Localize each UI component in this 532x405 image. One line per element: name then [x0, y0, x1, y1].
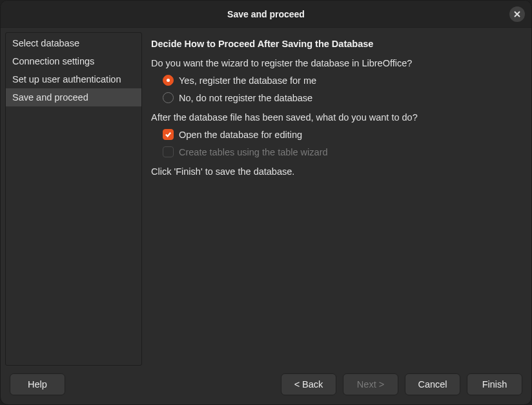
register-yes-label: Yes, register the database for me	[179, 75, 316, 86]
after-save-question: After the database file has been saved, …	[151, 112, 520, 123]
register-no-option[interactable]: No, do not register the database	[151, 92, 520, 103]
register-question: Do you want the wizard to register the d…	[151, 58, 520, 68]
dialog-window: Save and proceed Select database Connect…	[0, 0, 532, 405]
close-icon	[514, 11, 520, 17]
checkbox-icon	[163, 129, 174, 140]
wizard-steps-sidebar: Select database Connection settings Set …	[5, 32, 142, 366]
next-button: Next >	[343, 373, 398, 395]
titlebar: Save and proceed	[1, 1, 531, 28]
dialog-body: Select database Connection settings Set …	[1, 28, 531, 366]
open-for-editing-label: Open the database for editing	[179, 130, 302, 140]
close-button[interactable]	[509, 6, 525, 22]
radio-icon	[163, 92, 174, 103]
back-button[interactable]: < Back	[281, 373, 336, 395]
sidebar-item-save-and-proceed[interactable]: Save and proceed	[6, 88, 141, 106]
sidebar-item-select-database[interactable]: Select database	[6, 34, 141, 52]
register-yes-option[interactable]: Yes, register the database for me	[151, 75, 520, 86]
after-save-question-block: After the database file has been saved, …	[151, 112, 520, 157]
help-button[interactable]: Help	[10, 373, 65, 395]
wizard-content: Decide How to Proceed After Saving the D…	[142, 32, 527, 366]
sidebar-item-connection-settings[interactable]: Connection settings	[6, 52, 141, 70]
radio-icon	[163, 75, 174, 86]
finish-hint: Click 'Finish' to save the database.	[151, 166, 520, 177]
create-tables-label: Create tables using the table wizard	[179, 147, 328, 157]
finish-button[interactable]: Finish	[467, 373, 522, 395]
sidebar-item-user-authentication[interactable]: Set up user authentication	[6, 70, 141, 88]
open-for-editing-option[interactable]: Open the database for editing	[151, 129, 520, 140]
create-tables-option: Create tables using the table wizard	[151, 146, 520, 157]
checkbox-icon	[163, 146, 174, 157]
page-heading: Decide How to Proceed After Saving the D…	[151, 39, 520, 49]
cancel-button[interactable]: Cancel	[405, 373, 460, 395]
register-no-label: No, do not register the database	[179, 93, 312, 103]
window-title: Save and proceed	[227, 9, 305, 19]
register-question-block: Do you want the wizard to register the d…	[151, 58, 520, 103]
dialog-footer: Help < Back Next > Cancel Finish	[1, 366, 531, 404]
